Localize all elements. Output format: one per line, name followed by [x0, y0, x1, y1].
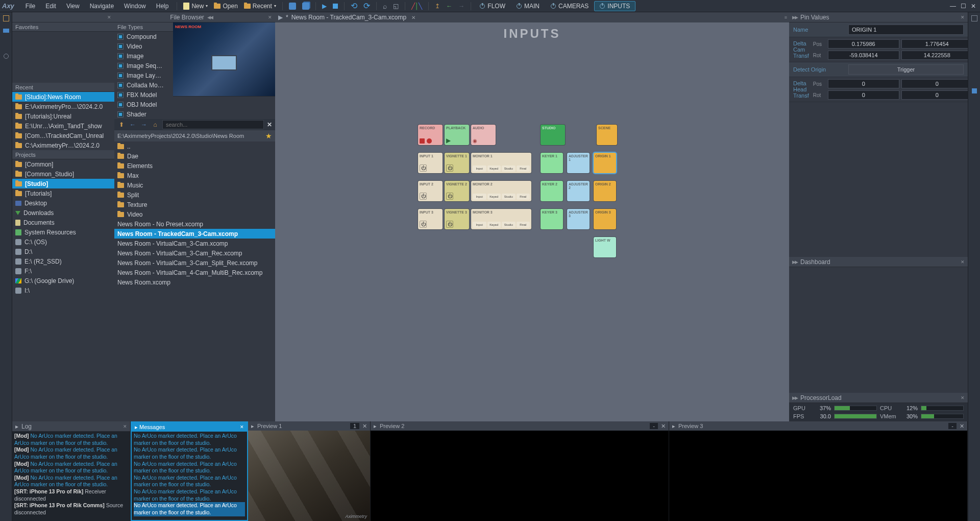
checkbox-icon[interactable] — [117, 82, 124, 88]
project-item[interactable]: [Common] — [12, 159, 114, 169]
filetype-item[interactable]: Image Seq… — [114, 61, 173, 70]
cam-rot-x[interactable] — [828, 51, 899, 60]
project-item[interactable]: System Resources — [12, 227, 114, 237]
menu-help[interactable]: Help — [151, 0, 174, 12]
project-item[interactable]: I:\ — [12, 286, 114, 295]
chevron-left-icon[interactable]: ◀◀ — [207, 15, 212, 20]
nav-fwd-icon[interactable]: → — [455, 0, 468, 12]
mode-cameras[interactable]: CAMERAS — [545, 1, 594, 11]
project-item[interactable]: F:\ — [12, 266, 114, 276]
close-icon[interactable]: ✕ — [123, 424, 127, 429]
checkbox-icon[interactable] — [117, 43, 124, 50]
run-icon[interactable]: ▶ — [278, 14, 283, 21]
file-item[interactable]: Video — [114, 209, 275, 219]
filetype-item[interactable]: Video — [114, 41, 173, 51]
clear-search-icon[interactable]: ✕ — [267, 121, 272, 128]
mode-flow[interactable]: FLOW — [474, 1, 511, 11]
recent-item[interactable]: [Studio]:News Room — [12, 92, 114, 102]
file-item[interactable]: News Room.xcomp — [114, 277, 275, 287]
filetype-item[interactable]: Image Lay… — [114, 70, 173, 80]
nav-back-icon[interactable]: ← — [443, 0, 455, 12]
layout-2-icon[interactable] — [2, 27, 10, 35]
trigger-button[interactable]: Trigger — [848, 64, 964, 75]
close-icon[interactable]: ✕ — [961, 259, 965, 265]
log-body[interactable]: [Mod] No ArUco marker detected. Place an… — [12, 432, 130, 521]
filetype-item[interactable]: Shader — [114, 109, 173, 119]
file-item[interactable]: Dae — [114, 151, 275, 161]
project-item[interactable]: Desktop — [12, 198, 114, 208]
project-item[interactable]: D:\ — [12, 247, 114, 256]
file-item[interactable]: Max — [114, 171, 275, 180]
filetype-item[interactable]: Image — [114, 51, 173, 61]
file-item[interactable]: News Room - TrackedCam_3-Cam.xcomp — [114, 229, 275, 239]
recent-item[interactable]: [Com…\TrackedCam_Unreal — [12, 131, 114, 140]
mode-inputs[interactable]: INPUTS — [594, 1, 635, 11]
file-item[interactable]: Music — [114, 180, 275, 190]
head-pos-y[interactable] — [901, 79, 973, 88]
close-icon[interactable]: ✕ — [960, 423, 964, 430]
file-item[interactable]: News Room - VirtualCam_3-Cam_Split_Rec.x… — [114, 258, 275, 268]
head-pos-x[interactable] — [828, 79, 899, 88]
search-input[interactable] — [162, 120, 264, 129]
layout-r1-icon[interactable] — [970, 14, 978, 22]
file-item[interactable]: Elements — [114, 161, 275, 171]
chevron-right-icon[interactable]: ▶▶ — [792, 395, 797, 400]
minimize-icon[interactable]: — — [948, 2, 958, 10]
stop-icon[interactable] — [330, 0, 341, 12]
checkbox-icon[interactable] — [117, 63, 124, 69]
play-icon[interactable]: ▶ — [319, 0, 330, 12]
new-button[interactable]: New▾ — [180, 0, 211, 12]
checkbox-icon[interactable] — [117, 73, 124, 79]
fit-icon[interactable]: ◱ — [390, 0, 402, 12]
filetype-item[interactable]: Collada Mo… — [114, 80, 173, 90]
checkbox-icon[interactable] — [117, 92, 124, 98]
checkbox-icon[interactable] — [117, 53, 124, 59]
head-rot-y[interactable] — [901, 90, 973, 100]
node-canvas[interactable]: INPUTS RECORD PLAYBACK▶ AUDIO◉ STUDIO SC… — [275, 22, 789, 421]
home-icon[interactable]: ⌂ — [151, 121, 159, 129]
preview3-viewport[interactable] — [669, 431, 967, 521]
project-item[interactable]: [Studio] — [12, 179, 114, 188]
project-item[interactable]: Documents — [12, 218, 114, 227]
close-icon[interactable]: ✕ — [661, 423, 666, 430]
recent-item[interactable]: C:\AximmetryPr…\2024.2.0 — [12, 140, 114, 150]
preview1-viewport[interactable]: Aximmetry — [248, 431, 370, 521]
project-item[interactable]: Downloads — [12, 208, 114, 218]
file-item[interactable]: News Room - No Preset.xcomp — [114, 219, 275, 229]
redo-icon[interactable]: ⟳ — [360, 0, 373, 12]
zoom-icon[interactable]: ⌕ — [380, 0, 390, 12]
close-icon[interactable]: ✕ — [268, 15, 272, 20]
save-icon[interactable] — [286, 0, 299, 12]
recent-button[interactable]: Recent▾ — [241, 0, 279, 12]
file-item[interactable]: News Room - VirtualCam_3-Cam_Rec.xcomp — [114, 248, 275, 258]
cam-rot-y[interactable] — [901, 51, 973, 60]
checkbox-icon[interactable] — [117, 102, 124, 108]
nav-up-icon[interactable]: ↥ — [432, 0, 443, 12]
menu-edit[interactable]: Edit — [40, 0, 61, 12]
file-item[interactable]: .. — [114, 141, 275, 151]
save-all-icon[interactable] — [299, 0, 312, 12]
checkbox-icon[interactable] — [117, 111, 124, 117]
nav-fwd-icon[interactable]: → — [140, 121, 148, 129]
menu-icon[interactable]: ≡ — [785, 15, 786, 20]
star-icon[interactable]: ★ — [265, 132, 272, 140]
preview2-viewport[interactable] — [371, 431, 669, 521]
close-icon[interactable]: ✕ — [107, 15, 111, 20]
checkbox-icon[interactable] — [117, 34, 124, 40]
nav-back-icon[interactable]: ← — [129, 121, 137, 129]
messages-body[interactable]: No ArUco marker detected. Place an ArUco… — [132, 432, 247, 520]
close-icon[interactable]: ✕ — [969, 2, 978, 10]
recent-item[interactable]: E:\Unr…\Axim_TandT_show — [12, 121, 114, 131]
file-item[interactable]: Texture — [114, 200, 275, 209]
project-item[interactable]: [Common_Studio] — [12, 169, 114, 179]
project-item[interactable]: G:\ (Google Drive) — [12, 276, 114, 286]
open-button[interactable]: Open — [211, 0, 240, 12]
head-rot-x[interactable] — [828, 90, 899, 100]
cam-pos-x[interactable] — [828, 39, 899, 49]
recent-item[interactable]: [Tutorials]:Unreal — [12, 111, 114, 121]
name-field[interactable] — [848, 25, 964, 35]
layout-3-icon[interactable] — [2, 52, 10, 60]
project-item[interactable]: E:\ (R2_SSD) — [12, 256, 114, 266]
nav-up-icon[interactable]: ⬆ — [117, 121, 126, 129]
filetype-item[interactable]: Compound — [114, 32, 173, 41]
